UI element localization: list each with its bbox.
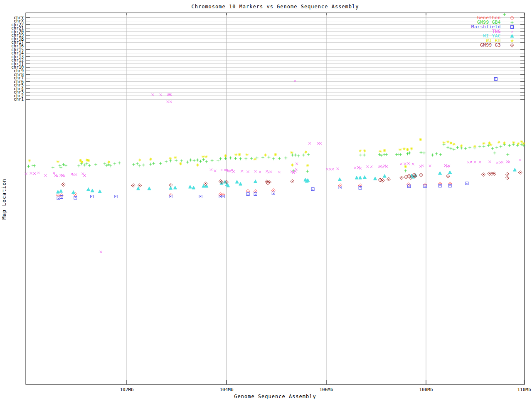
marker-tng [489,160,491,163]
marker-tng [412,163,414,165]
marker-gm99-gb4 [118,162,121,165]
marker-wi-rh [498,141,500,144]
marker-wi-rh [383,149,386,152]
marker-wi-rh [304,151,307,154]
marker-gm99-gb4 [456,146,459,149]
marker-gm99-gb4 [306,170,309,173]
marker-gm99-gb4 [250,157,253,160]
marker-gm99-gb4 [132,163,135,166]
marker-gm99-gb4 [383,153,386,156]
marker-gm99-gb4 [219,158,222,160]
marker-marshfield-dot [116,196,116,197]
marker-genethon-dot [255,191,256,192]
marker-wi-rh [224,155,227,158]
marker-marshfield-dot [170,196,171,197]
marker-wi-yac [235,180,239,184]
marker-gm99-gb4 [32,164,34,167]
marker-tng [370,165,372,168]
marker-tng [519,159,522,161]
marker-wi-rh [520,140,523,143]
marker-marshfield-dot [61,197,62,197]
marker-genethon-dot [223,194,224,195]
marker-tng [329,168,332,170]
plot-border [26,13,525,384]
marker-genethon-dot [340,185,341,186]
marker-marshfield-dot [409,186,409,187]
marker-genethon-dot [273,190,274,191]
marker-tng [308,142,311,145]
marker-gm99-gb4 [363,154,366,157]
marker-wi-rh [196,164,199,167]
marker-wi-rh [410,148,413,150]
marker-genethon-dot [220,194,221,195]
marker-wi-rh [246,153,249,156]
marker-marshfield-dot [223,196,224,197]
marker-gm99-gb4 [77,165,80,167]
marker-wi-rh [379,150,382,153]
marker-wi-yac [513,168,517,172]
marker-gm99-g3-dot [406,177,406,177]
marker-tng [30,172,32,175]
marker-gm99-gb4 [446,146,449,149]
marker-wi-rh [473,145,476,148]
legend-marker-genethon-dot [512,17,512,18]
marker-wi-rh [446,140,449,143]
marker-gm99-gb4 [435,153,438,155]
marker-gm99-gb4 [464,147,467,150]
marker-wi-rh [138,159,141,162]
marker-wi-rh [517,143,520,145]
x-tick-label: 106Mb [319,387,333,392]
marker-gm99-gb4 [234,157,237,160]
marker-marshfield-dot [248,194,249,195]
marker-wi-rh [490,143,493,146]
marker-gm99-gb4 [180,160,183,163]
marker-gm99-gb4 [420,151,423,154]
marker-gm99-g3-dot [292,181,293,182]
x-tick-label: 102Mb [120,387,133,392]
marker-gm99-gb4 [136,163,139,165]
marker-marshfield-dot [440,185,441,186]
marker-gm99-g3-dot [382,180,383,181]
marker-gm99-gb4 [397,153,399,156]
marker-marshfield-dot [273,193,274,194]
marker-gm99-g3-dot [63,184,64,185]
marker-wi-rh [169,157,172,160]
marker-wi-rh [202,155,204,158]
marker-wi-yac [137,187,140,190]
marker-gm99-g3-dot [421,175,421,175]
marker-marshfield-dot [450,185,451,186]
marker-wi-yac [91,189,94,192]
y-axis-label: Map Location [1,159,7,239]
marker-gm99-g3-dot [489,173,490,174]
marker-tng [400,163,402,165]
marker-gm99-gb4 [165,160,167,163]
marker-marshfield-dot [255,194,256,195]
marker-tng [247,170,249,173]
marker-tng [220,169,223,171]
x-tick-label: 108Mb [419,387,433,392]
marker-gm99-g3-dot [221,182,222,182]
marker-wi-yac [87,188,90,191]
legend-marker-gm99-g3-dot [512,45,512,46]
marker-wi-rh [291,164,294,167]
marker-genethon-dot [360,185,361,186]
marker-wi-rh [512,141,515,144]
marker-tng [429,165,431,167]
marker-gm99-gb4 [294,154,297,157]
marker-gm99-gb4 [149,163,152,166]
marker-gm99-gb4 [278,157,281,160]
y-tick-label: chr1 [14,97,24,101]
marker-wi-yac [56,190,59,194]
marker-gm99-g3-dot [139,185,140,186]
marker-gm99-gb4 [495,146,498,149]
marker-tng [232,170,235,173]
x-tick-label: 104Mb [219,387,233,392]
marker-wi-yac [239,182,242,186]
marker-gm99-g3-dot [401,177,402,178]
marker-marshfield-dot [75,197,76,198]
marker-wi-rh [306,164,309,167]
marker-tng [407,163,410,165]
plot-area: chrYchrXchr22chr21chr20chr19chr18chr17ch… [0,0,532,399]
x-tick-label: 110Mb [517,387,531,392]
marker-tng [33,172,36,175]
